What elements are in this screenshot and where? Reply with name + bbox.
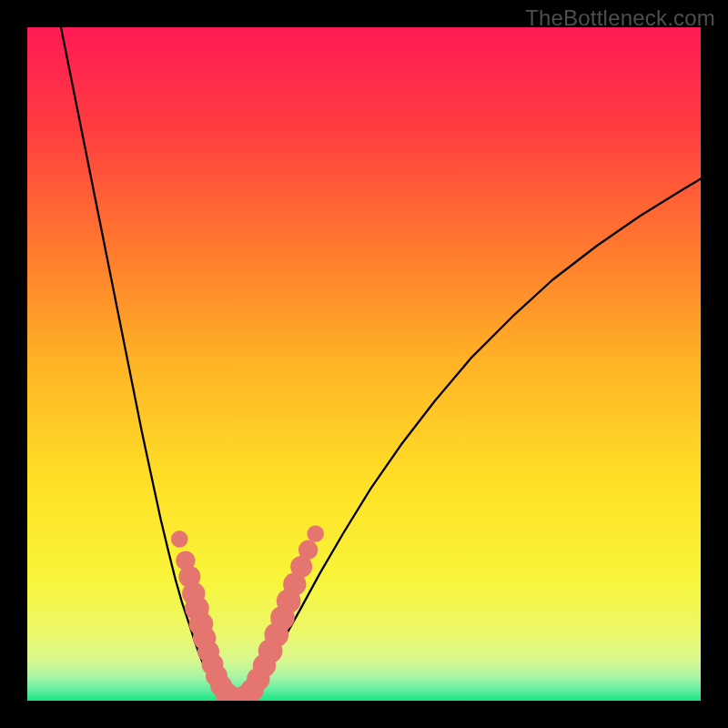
- marker-point: [298, 541, 318, 560]
- plot-area: [27, 27, 701, 701]
- chart-frame: TheBottleneck.com: [0, 0, 728, 728]
- chart-svg: [27, 27, 701, 701]
- marker-point: [171, 531, 188, 548]
- marker-point: [307, 525, 324, 542]
